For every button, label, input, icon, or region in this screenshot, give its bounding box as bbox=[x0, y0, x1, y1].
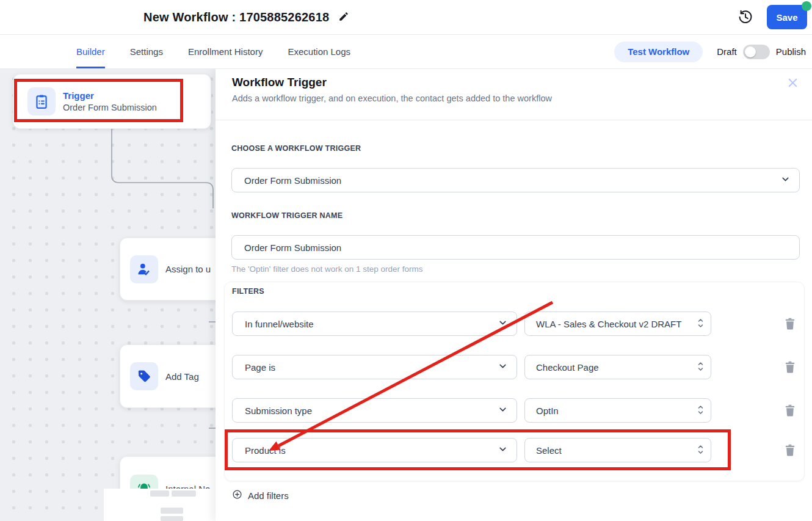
publish-label: Publish bbox=[776, 46, 806, 57]
unsaved-changes-dot bbox=[802, 1, 811, 11]
add-circle-icon bbox=[232, 489, 242, 501]
filters-label: FILTERS bbox=[232, 287, 799, 296]
workflow-trigger-dropdown-value: Order Form Submission bbox=[244, 175, 780, 186]
trigger-node[interactable]: Trigger Order Form Submission bbox=[13, 74, 211, 129]
draft-label: Draft bbox=[717, 46, 737, 57]
select-arrows-icon bbox=[697, 404, 705, 417]
chevron-down-icon bbox=[498, 444, 508, 456]
workflow-trigger-dropdown[interactable]: Order Form Submission bbox=[231, 168, 800, 192]
filter-field-dropdown[interactable]: Submission type bbox=[232, 398, 517, 423]
action-node-assign-to-user[interactable]: Assign to u bbox=[120, 238, 216, 301]
workflow-canvas[interactable]: Trigger Order Form Submission Assign to … bbox=[0, 69, 216, 521]
redacted-bar bbox=[161, 508, 183, 514]
save-button-label: Save bbox=[776, 12, 797, 23]
filter-field-dropdown[interactable]: Page is bbox=[232, 355, 517, 379]
filter-field-value: Product is bbox=[245, 445, 498, 456]
trigger-node-title: Trigger bbox=[63, 90, 157, 101]
history-icon[interactable] bbox=[738, 9, 753, 25]
filter-value-select[interactable]: WLA - Sales & Checkout v2 DRAFT bbox=[524, 312, 711, 336]
filter-field-value: Page is bbox=[245, 362, 498, 373]
chevron-down-icon bbox=[780, 174, 791, 186]
redacted-bar bbox=[172, 490, 196, 497]
main-area: Trigger Order Form Submission Assign to … bbox=[0, 69, 812, 521]
add-filters-button[interactable]: Add filters bbox=[232, 489, 289, 501]
filters-card: FILTERS In funnel/website WLA - Sales & … bbox=[224, 282, 805, 481]
panel-title: Workflow Trigger bbox=[232, 76, 797, 89]
trash-icon[interactable] bbox=[783, 443, 797, 458]
chevron-down-icon bbox=[498, 404, 508, 417]
filter-value: Checkout Page bbox=[536, 362, 697, 373]
redacted-bar bbox=[161, 516, 183, 521]
workflow-title-wrap: New Workflow : 1705885262618 bbox=[143, 0, 349, 35]
trash-icon[interactable] bbox=[783, 360, 797, 375]
chevron-down-icon bbox=[498, 361, 508, 373]
filter-value: Select bbox=[536, 445, 697, 456]
tabbar-actions: Test Workflow Draft Publish bbox=[614, 35, 812, 68]
tab-builder-label: Builder bbox=[76, 46, 105, 57]
assign-user-icon bbox=[130, 255, 158, 283]
tab-settings[interactable]: Settings bbox=[130, 35, 163, 68]
tab-bar: Builder Settings Enrollment History Exec… bbox=[0, 35, 812, 69]
choose-trigger-label: CHOOSE A WORKFLOW TRIGGER bbox=[231, 144, 800, 153]
trigger-name-label: WORKFLOW TRIGGER NAME bbox=[231, 211, 800, 220]
filter-row-page: Page is Checkout Page bbox=[232, 355, 799, 379]
add-filters-label: Add filters bbox=[248, 490, 289, 501]
filter-value-select[interactable]: Checkout Page bbox=[524, 355, 711, 379]
filter-row-submission-type: Submission type OptIn bbox=[232, 398, 799, 423]
panel-subtitle: Adds a workflow trigger, and on executio… bbox=[232, 93, 797, 103]
tab-settings-label: Settings bbox=[130, 46, 163, 57]
redacted-bar bbox=[150, 490, 169, 497]
workflow-trigger-panel: Workflow Trigger Adds a workflow trigger… bbox=[216, 69, 812, 521]
filter-field-dropdown[interactable]: In funnel/website bbox=[232, 312, 517, 336]
filter-value-select[interactable]: Select bbox=[524, 438, 711, 462]
save-button[interactable]: Save bbox=[767, 5, 807, 29]
tag-icon bbox=[130, 362, 158, 390]
edit-pencil-icon[interactable] bbox=[338, 11, 349, 24]
tab-execution-logs-label: Execution Logs bbox=[288, 46, 350, 57]
tab-builder[interactable]: Builder bbox=[76, 35, 105, 68]
select-arrows-icon bbox=[697, 318, 705, 330]
publish-toggle-knob bbox=[745, 46, 756, 57]
trigger-node-text: Trigger Order Form Submission bbox=[63, 90, 157, 112]
clipboard-icon bbox=[27, 87, 56, 115]
page-title: New Workflow : 1705885262618 bbox=[143, 10, 329, 24]
trash-icon[interactable] bbox=[783, 403, 797, 418]
draft-publish-toggle-group: Draft Publish bbox=[717, 45, 806, 59]
filter-value: OptIn bbox=[536, 406, 697, 416]
filter-field-dropdown[interactable]: Product is bbox=[232, 438, 517, 462]
panel-body: CHOOSE A WORKFLOW TRIGGER Order Form Sub… bbox=[216, 120, 812, 501]
tabs: Builder Settings Enrollment History Exec… bbox=[76, 35, 350, 68]
panel-header: Workflow Trigger Adds a workflow trigger… bbox=[216, 69, 812, 120]
filter-value: WLA - Sales & Checkout v2 DRAFT bbox=[536, 319, 697, 329]
filter-row-product: Product is Select bbox=[232, 438, 799, 462]
trash-icon[interactable] bbox=[783, 316, 797, 332]
filter-field-value: In funnel/website bbox=[245, 319, 498, 329]
filter-value-select[interactable]: OptIn bbox=[524, 398, 711, 423]
close-icon[interactable] bbox=[787, 77, 799, 90]
action-node-label: Add Tag bbox=[165, 371, 199, 382]
publish-toggle[interactable] bbox=[743, 45, 770, 59]
select-arrows-icon bbox=[697, 444, 705, 457]
select-arrows-icon bbox=[697, 361, 705, 374]
tab-execution-logs[interactable]: Execution Logs bbox=[288, 35, 350, 68]
tab-enrollment-history-label: Enrollment History bbox=[188, 46, 263, 57]
filter-field-value: Submission type bbox=[245, 406, 498, 416]
chevron-down-icon bbox=[498, 318, 508, 330]
tab-enrollment-history[interactable]: Enrollment History bbox=[188, 35, 263, 68]
trigger-name-input[interactable] bbox=[231, 235, 800, 260]
optin-helper-text: The 'Optin' filter does not work on 1 st… bbox=[231, 264, 800, 274]
redacted-popup bbox=[104, 489, 216, 521]
test-workflow-button[interactable]: Test Workflow bbox=[614, 42, 703, 62]
top-bar: New Workflow : 1705885262618 Save bbox=[0, 0, 812, 35]
topbar-actions: Save bbox=[738, 5, 807, 29]
filter-row-funnel: In funnel/website WLA - Sales & Checkout… bbox=[232, 312, 799, 336]
action-node-add-tag[interactable]: Add Tag bbox=[120, 344, 216, 408]
action-node-label: Assign to u bbox=[165, 264, 211, 274]
trigger-node-subtitle: Order Form Submission bbox=[63, 103, 157, 112]
